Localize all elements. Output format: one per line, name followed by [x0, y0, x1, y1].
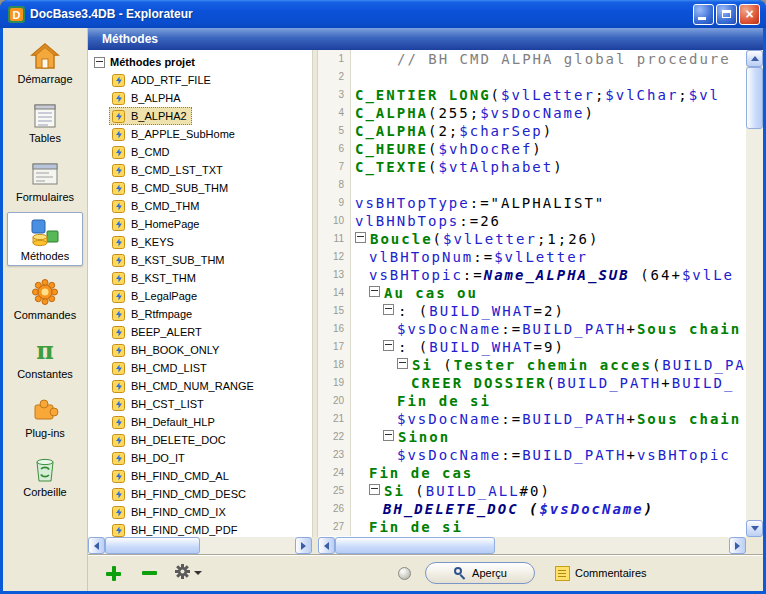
tree-item[interactable]: BH_FIND_CMD_DESC — [109, 485, 251, 503]
editor-vertical-scrollbar[interactable] — [746, 50, 763, 537]
tree-item[interactable]: BEEP_ALERT — [109, 323, 207, 341]
fold-collapse-icon[interactable] — [383, 304, 394, 315]
app-body: DémarrageTablesFormulairesMéthodesComman… — [3, 28, 763, 591]
tree-root[interactable]: Méthodes projet — [88, 53, 312, 71]
tree-item[interactable]: BH_Default_HLP — [109, 413, 220, 431]
tree-item[interactable]: B_Rtfmpage — [109, 305, 197, 323]
code-line[interactable]: 13vsBHTopic:=Name_ALPHA_SUB (64+$vlLe — [318, 266, 746, 284]
code-line[interactable]: 23$vsDocName:=BUILD_PATH+vsBHTopic — [318, 446, 746, 464]
tree-item[interactable]: ADD_RTF_FILE — [109, 71, 216, 89]
sidebar-item-plug-ins[interactable]: Plug-ins — [7, 389, 83, 443]
tree-item[interactable]: B_CMD_THM — [109, 197, 204, 215]
collapse-icon[interactable] — [94, 57, 105, 68]
home-icon — [30, 40, 60, 72]
maximize-button[interactable] — [716, 4, 737, 25]
code-line[interactable]: 19CREER DOSSIER(BUILD_PATH+BUILD_ — [318, 374, 746, 392]
sidebar-item-corbeille[interactable]: Corbeille — [7, 448, 83, 502]
tree-item-label: B_APPLE_SubHome — [131, 128, 235, 140]
tree-item[interactable]: BH_CST_LIST — [109, 395, 209, 413]
horizontal-scroll-thumb[interactable] — [335, 537, 495, 554]
method-icon — [112, 487, 127, 501]
add-method-button[interactable] — [102, 563, 124, 583]
tree-item[interactable]: B_CMD_SUB_THM — [109, 179, 233, 197]
sidebar-item-tables[interactable]: Tables — [7, 94, 83, 148]
code-line[interactable]: 10vlBHNbTops:=26 — [318, 212, 746, 230]
tree-item[interactable]: BH_FIND_CMD_IX — [109, 503, 231, 521]
tree-item[interactable]: BH_BOOK_ONLY — [109, 341, 224, 359]
scroll-right-button[interactable] — [729, 537, 746, 554]
sidebar-item-formulaires[interactable]: Formulaires — [7, 153, 83, 207]
code-line[interactable]: 24Fin de cas — [318, 464, 746, 482]
sidebar-item-commandes[interactable]: Commandes — [7, 271, 83, 325]
constants-icon: π — [32, 335, 58, 367]
code-line[interactable]: 17: (BUILD_WHAT=9) — [318, 338, 746, 356]
tree-item[interactable]: B_KST_THM — [109, 269, 201, 287]
tree-item[interactable]: BH_DO_IT — [109, 449, 190, 467]
code-line[interactable]: 3C_ENTIER LONG($vlLetter;$vlChar;$vl — [318, 86, 746, 104]
tree-item[interactable]: BH_FIND_CMD_AL — [109, 467, 234, 485]
tree-item[interactable]: B_CMD_LST_TXT — [109, 161, 228, 179]
sidebar-item-constantes[interactable]: πConstantes — [7, 330, 83, 384]
tree-item[interactable]: B_CMD — [109, 143, 175, 161]
tree-item[interactable]: B_APPLE_SubHome — [109, 125, 240, 143]
code-line[interactable]: 7C_TEXTE($vtAlphabet) — [318, 158, 746, 176]
code-line[interactable]: 2 — [318, 68, 746, 86]
code-line[interactable]: 20Fin de si — [318, 392, 746, 410]
actions-menu-button[interactable] — [174, 563, 202, 584]
tree-item[interactable]: B_ALPHA — [109, 89, 186, 107]
tree-item[interactable]: B_KST_SUB_THM — [109, 251, 230, 269]
fold-collapse-icon[interactable] — [383, 340, 394, 351]
fold-collapse-icon[interactable] — [397, 358, 408, 369]
code-line[interactable]: 25Si (BUILD_ALL#0) — [318, 482, 746, 500]
code-line[interactable]: 6C_HEURE($vhDocRef) — [318, 140, 746, 158]
scroll-left-button[interactable] — [88, 537, 105, 554]
fold-collapse-icon[interactable] — [383, 430, 394, 441]
code-line[interactable]: 27Fin de si — [318, 518, 746, 536]
vertical-scroll-thumb[interactable] — [746, 67, 763, 129]
code-line[interactable]: 9vsBHTopType:="ALPHALIST" — [318, 194, 746, 212]
divider-knob[interactable] — [398, 567, 411, 580]
code-line[interactable]: 14Au cas ou — [318, 284, 746, 302]
horizontal-scroll-thumb[interactable] — [105, 537, 200, 554]
tree-item[interactable]: B_KEYS — [109, 233, 179, 251]
tree-item[interactable]: BH_DELETE_DOC — [109, 431, 231, 449]
fold-collapse-icon[interactable] — [369, 286, 380, 297]
code-line[interactable]: 15: (BUILD_WHAT=2) — [318, 302, 746, 320]
tree-item[interactable]: B_LegalPage — [109, 287, 202, 305]
comments-button[interactable]: Commentaires — [555, 566, 647, 581]
code-line[interactable]: 11Boucle($vlLetter;1;26) — [318, 230, 746, 248]
tree-item[interactable]: B_ALPHA2 — [109, 107, 192, 125]
close-button[interactable]: × — [739, 4, 760, 25]
remove-method-button[interactable] — [138, 563, 160, 583]
code-editor[interactable]: 1// BH CMD ALPHA global procedure23C_ENT… — [318, 50, 746, 537]
code-line[interactable]: 8 — [318, 176, 746, 194]
editor-horizontal-scrollbar[interactable] — [318, 537, 746, 554]
code-line[interactable]: 16$vsDocName:=BUILD_PATH+Sous chain — [318, 320, 746, 338]
tree-item[interactable]: BH_CMD_NUM_RANGE — [109, 377, 259, 395]
scroll-right-button[interactable] — [295, 537, 312, 554]
preview-button[interactable]: Aperçu — [425, 562, 535, 584]
sidebar-item-m-thodes[interactable]: Méthodes — [7, 212, 83, 266]
code-line[interactable]: 18Si (Tester chemin acces(BUILD_PA — [318, 356, 746, 374]
code-line[interactable]: 22Sinon — [318, 428, 746, 446]
tree-item[interactable]: BH_CMD_LIST — [109, 359, 212, 377]
sidebar-item-label: Plug-ins — [25, 427, 65, 439]
scroll-left-button[interactable] — [318, 537, 335, 554]
scroll-up-button[interactable] — [746, 50, 763, 67]
tree-horizontal-scrollbar[interactable] — [88, 537, 312, 554]
tree-item[interactable]: BH_FIND_CMD_PDF — [109, 521, 242, 537]
code-line[interactable]: 4C_ALPHA(255;$vsDocName) — [318, 104, 746, 122]
code-line[interactable]: 26BH_DELETE_DOC ($vsDocName) — [318, 500, 746, 518]
code-line[interactable]: 12vlBHTopNum:=$vlLetter — [318, 248, 746, 266]
tree-item[interactable]: B_HomePage — [109, 215, 205, 233]
sidebar-item-d-marrage[interactable]: Démarrage — [7, 35, 83, 89]
fold-collapse-icon[interactable] — [355, 232, 366, 243]
scroll-down-button[interactable] — [746, 520, 763, 537]
line-number: 22 — [318, 428, 351, 446]
code-line[interactable]: 21$vsDocName:=BUILD_PATH+Sous chain — [318, 410, 746, 428]
fold-collapse-icon[interactable] — [369, 484, 380, 495]
code-line[interactable]: 5C_ALPHA(2;$charSep) — [318, 122, 746, 140]
code-line[interactable]: 1// BH CMD ALPHA global procedure — [318, 50, 746, 68]
method-icon — [112, 217, 127, 231]
minimize-button[interactable] — [693, 4, 714, 25]
